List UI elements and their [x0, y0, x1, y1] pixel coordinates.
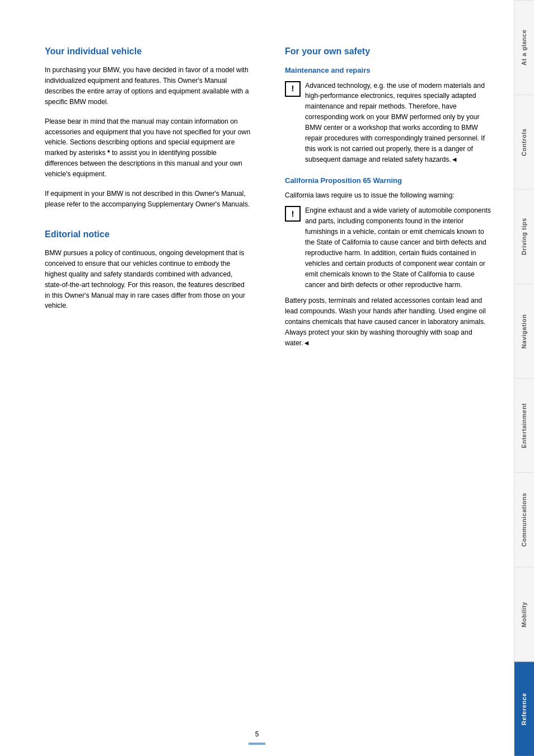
subsection-title-maintenance: Maintenance and repairs: [285, 65, 491, 76]
california-warning-block: ! Engine exhaust and a wide variety of a…: [285, 205, 491, 290]
subsection-california: California Proposition 65 Warning Califo…: [285, 175, 491, 349]
subsection-maintenance: Maintenance and repairs ! Advanced techn…: [285, 65, 491, 165]
subsection-title-california: California Proposition 65 Warning: [285, 175, 491, 186]
sidebar-tab-communications[interactable]: Communications: [514, 472, 534, 567]
section-editorial-notice: Editorial notice BMW pursues a policy of…: [45, 228, 251, 311]
sidebar-tab-mobility[interactable]: Mobility: [514, 567, 534, 661]
individual-vehicle-para1: In purchasing your BMW, you have decided…: [45, 65, 251, 107]
warning-icon-maintenance: !: [285, 81, 301, 97]
maintenance-warning-block: ! Advanced technology, e.g. the use of m…: [285, 81, 491, 165]
sidebar-tab-controls[interactable]: Controls: [514, 95, 534, 189]
individual-vehicle-para2: Please bear in mind that the manual may …: [45, 116, 251, 180]
sidebar-tab-at-a-glance[interactable]: At a glance: [514, 0, 534, 95]
page-wrapper: Your individual vehicle In purchasing yo…: [0, 0, 534, 756]
california-warning-text: Engine exhaust and a wide variety of aut…: [305, 205, 491, 290]
sidebar-tab-navigation[interactable]: Navigation: [514, 284, 534, 378]
page-number-bar: [249, 743, 265, 745]
individual-vehicle-para3: If equipment in your BMW is not describe…: [45, 189, 251, 210]
asterisk-symbol: *: [107, 149, 110, 157]
california-para2: Battery posts, terminals and related acc…: [285, 295, 491, 349]
sidebar-tab-entertainment[interactable]: Entertainment: [514, 378, 534, 473]
section-title-editorial-notice: Editorial notice: [45, 228, 251, 241]
sidebar-tab-driving-tips[interactable]: Driving tips: [514, 189, 534, 284]
section-title-for-your-safety: For your own safety: [285, 45, 491, 58]
section-individual-vehicle: Your individual vehicle In purchasing yo…: [45, 45, 251, 210]
columns: Your individual vehicle In purchasing yo…: [45, 45, 491, 367]
left-column: Your individual vehicle In purchasing yo…: [45, 45, 257, 367]
california-intro: California laws require us to issue the …: [285, 190, 491, 201]
right-column: For your own safety Maintenance and repa…: [279, 45, 491, 367]
sidebar-tab-reference[interactable]: Reference: [514, 661, 534, 756]
main-content: Your individual vehicle In purchasing yo…: [0, 0, 514, 756]
sidebar: At a glance Controls Driving tips Naviga…: [514, 0, 534, 756]
section-for-your-safety: For your own safety Maintenance and repa…: [285, 45, 491, 349]
editorial-notice-para1: BMW pursues a policy of continuous, ongo…: [45, 248, 251, 311]
section-title-individual-vehicle: Your individual vehicle: [45, 45, 251, 58]
page-number: 5: [255, 729, 259, 739]
maintenance-warning-text: Advanced technology, e.g. the use of mod…: [305, 81, 491, 165]
warning-icon-california: !: [285, 206, 301, 222]
